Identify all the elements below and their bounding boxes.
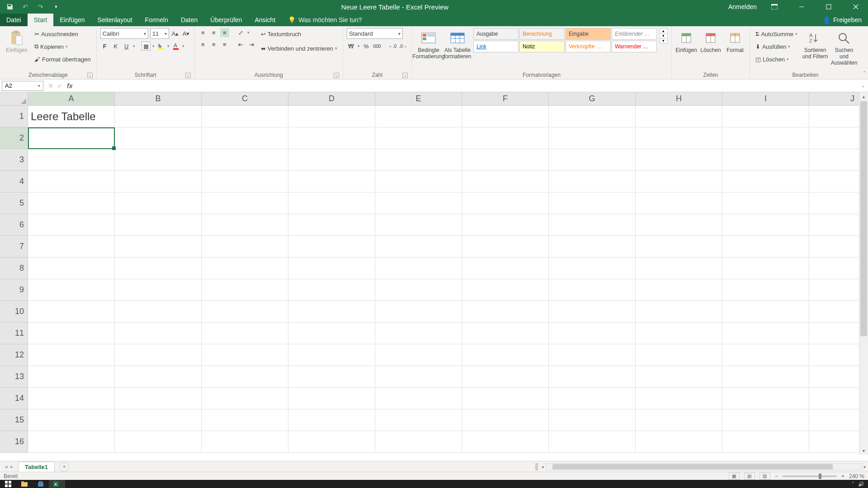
cell-F8[interactable]: [462, 258, 549, 279]
conditional-formatting-button[interactable]: Bedingte Formatierung: [415, 28, 442, 60]
cell-D10[interactable]: [288, 301, 375, 323]
cell-H10[interactable]: [636, 301, 722, 323]
cell-D2[interactable]: [288, 127, 375, 149]
cell-G3[interactable]: [549, 149, 636, 171]
cell-H8[interactable]: [636, 258, 722, 279]
cell-D7[interactable]: [288, 236, 375, 258]
cell-H5[interactable]: [636, 192, 722, 214]
cell-H11[interactable]: [636, 323, 722, 344]
cell-C1[interactable]: [202, 106, 288, 127]
cell-I14[interactable]: [722, 388, 809, 409]
expand-formula-bar-icon[interactable]: ⌄: [858, 83, 868, 89]
cell-D9[interactable]: [288, 279, 375, 301]
vscroll-thumb[interactable]: [860, 101, 867, 336]
column-header-H[interactable]: H: [636, 92, 722, 106]
cell-H2[interactable]: [636, 127, 722, 149]
cell-A14[interactable]: [28, 388, 115, 409]
horizontal-scrollbar[interactable]: [546, 463, 862, 470]
select-all-corner[interactable]: [0, 92, 28, 106]
cell-C13[interactable]: [202, 366, 288, 388]
cell-F12[interactable]: [462, 344, 549, 366]
style-verknupft[interactable]: Verknüpfte …: [566, 41, 611, 52]
cell-G9[interactable]: [549, 279, 636, 301]
column-header-I[interactable]: I: [722, 92, 809, 106]
cell-F4[interactable]: [462, 171, 549, 192]
cell-B11[interactable]: [115, 323, 202, 344]
cell-H13[interactable]: [636, 366, 722, 388]
page-layout-view-icon[interactable]: ▤: [744, 473, 755, 480]
font-size-combo[interactable]: 11▾: [150, 28, 169, 39]
cell-B12[interactable]: [115, 344, 202, 366]
cell-E15[interactable]: [375, 409, 462, 431]
cell-D5[interactable]: [288, 192, 375, 214]
increase-decimal-icon[interactable]: ←.0: [388, 42, 397, 51]
style-notiz[interactable]: Notiz: [519, 41, 565, 52]
orientation-icon[interactable]: ⤢: [236, 28, 245, 37]
cell-F6[interactable]: [462, 214, 549, 236]
copy-button[interactable]: ⧉ Kopieren ▾: [33, 41, 93, 52]
row-header-7[interactable]: 7: [0, 236, 28, 258]
comma-format-icon[interactable]: 000: [373, 42, 382, 51]
tab-formulas[interactable]: Formeln: [139, 14, 175, 26]
cell-D13[interactable]: [288, 366, 375, 388]
cell-A9[interactable]: [28, 279, 115, 301]
italic-button[interactable]: K: [111, 42, 120, 51]
cell-E12[interactable]: [375, 344, 462, 366]
column-header-B[interactable]: B: [115, 92, 202, 106]
cell-H12[interactable]: [636, 344, 722, 366]
row-header-2[interactable]: 2: [0, 127, 28, 149]
cell-A13[interactable]: [28, 366, 115, 388]
cell-A2[interactable]: [28, 127, 115, 149]
align-bottom-icon[interactable]: ≡: [220, 28, 229, 37]
minimize-icon[interactable]: [792, 0, 811, 14]
row-header-4[interactable]: 4: [0, 171, 28, 192]
cell-H9[interactable]: [636, 279, 722, 301]
cell-B1[interactable]: [115, 106, 202, 127]
collapse-ribbon-icon[interactable]: ˆ: [863, 71, 865, 77]
row-header-6[interactable]: 6: [0, 214, 28, 236]
cell-H16[interactable]: [636, 431, 722, 453]
decrease-decimal-icon[interactable]: .0→: [399, 42, 408, 51]
cell-H6[interactable]: [636, 214, 722, 236]
zoom-out-icon[interactable]: −: [775, 473, 778, 479]
percent-format-icon[interactable]: %: [362, 42, 371, 51]
cell-D16[interactable]: [288, 431, 375, 453]
cell-F16[interactable]: [462, 431, 549, 453]
cell-G10[interactable]: [549, 301, 636, 323]
row-header-10[interactable]: 10: [0, 301, 28, 323]
cell-E9[interactable]: [375, 279, 462, 301]
cell-I5[interactable]: [722, 192, 809, 214]
style-erklarend[interactable]: Erklärender …: [612, 28, 657, 40]
zoom-in-icon[interactable]: +: [841, 473, 844, 479]
clear-button[interactable]: ◫ Löschen ▾: [754, 53, 799, 65]
font-name-combo[interactable]: Calibri▾: [100, 28, 148, 39]
cell-D15[interactable]: [288, 409, 375, 431]
cell-D12[interactable]: [288, 344, 375, 366]
cell-F5[interactable]: [462, 192, 549, 214]
cell-B14[interactable]: [115, 388, 202, 409]
zoom-level[interactable]: 240 %: [849, 473, 864, 479]
cell-I1[interactable]: [722, 106, 809, 127]
cell-G16[interactable]: [549, 431, 636, 453]
cell-F10[interactable]: [462, 301, 549, 323]
redo-icon[interactable]: ↷: [35, 1, 46, 12]
alignment-dialog-launcher[interactable]: ↘: [334, 73, 339, 78]
row-header-1[interactable]: 1: [0, 106, 28, 127]
scroll-up-icon[interactable]: ▴: [859, 92, 868, 100]
tab-pagelayout[interactable]: Seitenlayout: [91, 14, 139, 26]
cell-E13[interactable]: [375, 366, 462, 388]
row-header-16[interactable]: 16: [0, 431, 28, 453]
cell-A5[interactable]: [28, 192, 115, 214]
cell-G2[interactable]: [549, 127, 636, 149]
wrap-text-button[interactable]: ↩ Textumbruch: [259, 28, 339, 40]
tab-data[interactable]: Daten: [175, 14, 204, 26]
font-dialog-launcher[interactable]: ↘: [185, 73, 191, 78]
delete-cells-button[interactable]: Löschen: [700, 28, 722, 53]
cell-F1[interactable]: [462, 106, 549, 127]
zoom-knob[interactable]: [819, 474, 821, 479]
underline-button[interactable]: U: [122, 42, 131, 51]
row-header-13[interactable]: 13: [0, 366, 28, 388]
merge-center-button[interactable]: ⬌ Verbinden und zentrieren ▾: [259, 42, 339, 54]
cell-G15[interactable]: [549, 409, 636, 431]
cell-A12[interactable]: [28, 344, 115, 366]
